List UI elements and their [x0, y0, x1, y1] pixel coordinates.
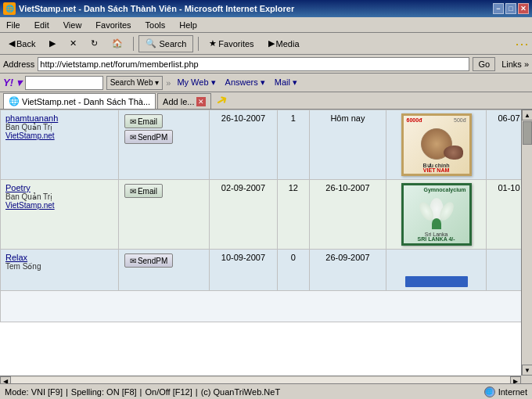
sendpm-icon-3: ✉ [130, 257, 136, 265]
internet-zone-icon: 🌐 [484, 386, 495, 397]
user-site-2[interactable]: VietStamp.net [5, 201, 113, 210]
home-icon: 🏠 [112, 38, 123, 49]
status-copyright: (c) QuanTriWeb.NeT [201, 387, 280, 397]
scroll-track [522, 146, 532, 365]
status-right: 🌐 Internet [484, 386, 527, 397]
tab-label: VietStamp.net - Danh Sách Thà... [22, 97, 150, 106]
members-table: phamtuananh Ban Quản Trị VietStamp.net ✉… [0, 110, 532, 322]
refresh-button[interactable]: ↻ [85, 35, 103, 52]
username-link-1[interactable]: phamtuananh [5, 113, 58, 123]
username-link-2[interactable]: Poetry [5, 183, 31, 192]
table-row: Poetry Ban Quản Trị VietStamp.net ✉ Emai… [1, 180, 532, 250]
arrow-hint: ➜ [213, 90, 232, 111]
vietnam-stamp: 500đ Bưu chính VIET NAM 6000đ [401, 113, 472, 176]
scroll-down-button[interactable]: ▼ [522, 365, 532, 376]
joined-cell-2: 02-09-2007 [209, 180, 277, 250]
email-button-1[interactable]: ✉ Email [124, 114, 163, 128]
back-icon: ◀ [9, 38, 15, 49]
stop-icon: ✕ [70, 38, 77, 49]
email-icon-2: ✉ [130, 187, 136, 196]
user-cell-1: phamtuananh Ban Quản Trị VietStamp.net [1, 110, 119, 180]
table-row-empty [1, 291, 532, 322]
srilanka-stamp: Gymnocalycium Sri Lanka SRI LANKA 4/- [401, 183, 472, 246]
user-role-2: Ban Quản Trị [5, 192, 113, 201]
close-button[interactable]: ✕ [518, 3, 529, 14]
status-sep1: | [66, 387, 68, 397]
scroll-thumb[interactable] [523, 121, 532, 145]
status-bar: Mode: VNI [F9] | Spelling: ON [F8] | On/… [0, 383, 532, 399]
back-button[interactable]: ◀ Back [3, 35, 41, 52]
status-sep3: | [196, 387, 198, 397]
status-onoff: On/Off [F12] [145, 387, 192, 397]
address-label: Address [3, 59, 34, 69]
go-button[interactable]: Go [473, 57, 495, 71]
title-bar: 🌐 VietStamp.net - Danh Sách Thành Viên -… [0, 0, 532, 17]
favorites-button[interactable]: ★ Favorites [203, 35, 259, 52]
user-site-1[interactable]: VietStamp.net [5, 131, 113, 140]
actions-cell-2: ✉ Email [118, 180, 209, 250]
tab-bar: 🌐 VietStamp.net - Danh Sách Thà... Add l… [0, 92, 532, 110]
tab-add-label: Add le... [163, 97, 194, 106]
table-row: phamtuananh Ban Quản Trị VietStamp.net ✉… [1, 110, 532, 180]
table-row: Relax Tem Sống ✉ SendPM 10-09-2007 0 26-… [1, 250, 532, 291]
joined-cell-3: 10-09-2007 [209, 250, 277, 291]
scroll-up-button[interactable]: ▲ [522, 110, 532, 120]
menu-file[interactable]: File [3, 20, 23, 31]
tab-vietstamp[interactable]: 🌐 VietStamp.net - Danh Sách Thà... [3, 93, 156, 109]
sendpm-icon-1: ✉ [130, 133, 136, 142]
stamp-cell-3 [386, 250, 487, 291]
home-button[interactable]: 🏠 [106, 35, 128, 52]
status-spelling: Spelling: ON [F8] [71, 387, 137, 397]
maximize-button[interactable]: □ [505, 3, 516, 14]
username-link-3[interactable]: Relax [5, 253, 27, 262]
toolbar-separator [133, 37, 134, 51]
toolbar-separator-2 [198, 37, 199, 51]
last-active-cell-3: 26-09-2007 [309, 250, 386, 291]
menu-view[interactable]: View [60, 20, 85, 31]
forward-button[interactable]: ▶ [44, 35, 61, 52]
yahoo-toolbar: Y! ▾ Search Web ▾ » My Web ▾ Answers ▾ M… [0, 74, 532, 92]
stop-button[interactable]: ✕ [64, 35, 82, 52]
media-button[interactable]: ▶ Media [263, 35, 305, 52]
tab-add[interactable]: Add le... ✕ [157, 93, 211, 109]
menu-help[interactable]: Help [176, 20, 200, 31]
address-input[interactable] [38, 57, 469, 71]
vertical-scrollbar[interactable]: ▲ ▼ [521, 110, 532, 376]
yahoo-myweb-link[interactable]: My Web ▾ [174, 76, 218, 89]
refresh-icon: ↻ [91, 38, 98, 49]
yahoo-separator: » [166, 78, 171, 88]
menu-favorites[interactable]: Favorites [92, 20, 134, 31]
actions-cell-1: ✉ Email ✉ SendPM [118, 110, 209, 180]
posts-cell-3: 0 [277, 250, 309, 291]
star-icon: ★ [209, 38, 217, 49]
toolbar-extra-icons: ⋯ [515, 35, 529, 52]
tab-close-icon[interactable]: ✕ [196, 97, 206, 106]
stamp-cell-1: 500đ Bưu chính VIET NAM 6000đ [386, 110, 487, 180]
yahoo-logo: Y! ▾ [3, 77, 22, 88]
forward-icon: ▶ [49, 38, 56, 49]
sendpm-button-3[interactable]: ✉ SendPM [124, 253, 173, 268]
email-button-2[interactable]: ✉ Email [124, 184, 163, 198]
search-button[interactable]: 🔍 Search [138, 35, 193, 52]
toolbar: ◀ Back ▶ ✕ ↻ 🏠 🔍 Search ★ Favorites ▶ Me… [0, 33, 532, 55]
status-mode: Mode: VNI [F9] [5, 387, 63, 397]
sendpm-button-1[interactable]: ✉ SendPM [124, 130, 173, 144]
stamp-cell-2: Gymnocalycium Sri Lanka SRI LANKA 4/- [386, 180, 487, 250]
address-bar: Address Go Links » [0, 55, 532, 74]
stamp-placeholder [405, 276, 468, 287]
stamp-rock [444, 146, 463, 160]
actions-cell-3: ✉ SendPM [118, 250, 209, 291]
menu-tools[interactable]: Tools [142, 20, 169, 31]
minimize-button[interactable]: − [493, 3, 504, 14]
joined-cell-1: 26-10-2007 [209, 110, 277, 180]
menu-edit[interactable]: Edit [31, 20, 52, 31]
yahoo-search-web-button[interactable]: Search Web ▾ [106, 76, 164, 90]
yahoo-search-input[interactable] [25, 76, 103, 90]
status-sep2: | [140, 387, 142, 397]
user-cell-3: Relax Tem Sống [1, 250, 119, 291]
yahoo-mail-link[interactable]: Mail ▾ [271, 76, 300, 89]
last-active-cell-2: 26-10-2007 [309, 180, 386, 250]
media-icon: ▶ [268, 38, 275, 49]
tab-icon: 🌐 [9, 96, 20, 106]
yahoo-answers-link[interactable]: Answers ▾ [222, 76, 268, 89]
